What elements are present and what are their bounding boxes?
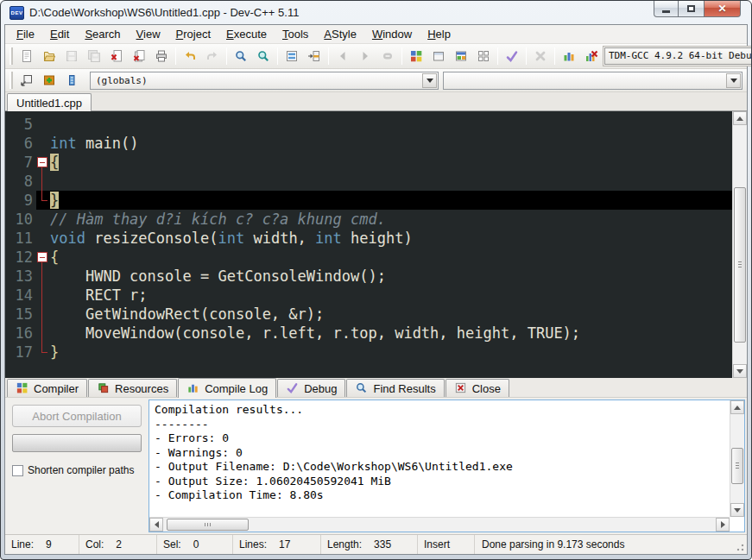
fold-marker: [36, 305, 50, 324]
delete-button: [376, 46, 399, 66]
editor-line-10[interactable]: 10// Hàm thay d?i kích c? c?a khung cmd.: [5, 210, 747, 229]
open-button[interactable]: [38, 46, 60, 66]
scroll-up-icon[interactable]: [733, 111, 747, 125]
project-options-button[interactable]: [450, 46, 472, 66]
compiler-profile-select[interactable]: TDM-GCC 4.9.2 64-bit Debug: [604, 47, 752, 65]
menu-execute[interactable]: Execute: [218, 26, 275, 42]
forward-icon: [358, 49, 372, 63]
close-file-icon: [110, 49, 123, 63]
replace-button[interactable]: [252, 46, 275, 66]
editor-line-5[interactable]: 5: [5, 115, 747, 134]
menu-project[interactable]: Project: [168, 26, 218, 42]
scrollbar-thumb[interactable]: [734, 187, 746, 343]
fold-marker: [36, 324, 50, 343]
window-button[interactable]: [427, 46, 450, 66]
scroll-right-icon[interactable]: [716, 518, 730, 532]
menu-search[interactable]: Search: [77, 26, 128, 42]
menu-help[interactable]: Help: [420, 26, 458, 42]
delete-icon: [381, 49, 395, 63]
chevron-down-icon[interactable]: [422, 73, 437, 88]
code-line: // Hàm thay d?i kích c? c?a khung cmd.: [50, 210, 747, 229]
scrollbar-thumb[interactable]: [167, 519, 249, 531]
back-button: [332, 46, 354, 66]
close-file-button[interactable]: [105, 46, 128, 66]
editor-line-11[interactable]: 11void resizeConsole(int width, int heig…: [5, 229, 747, 248]
scrollbar-thumb[interactable]: [731, 448, 743, 484]
code-editor[interactable]: 56int main()7{89}10// Hàm thay d?i kích …: [5, 111, 747, 378]
members-combobox[interactable]: [443, 72, 743, 90]
editor-line-8[interactable]: 8: [5, 172, 747, 191]
project-options-icon: [454, 49, 468, 63]
editor-line-14[interactable]: 14 RECT r;: [5, 286, 747, 305]
close-button[interactable]: ✕: [704, 1, 741, 17]
members-button[interactable]: [60, 70, 83, 91]
tab-untitled1-cpp[interactable]: Untitled1.cpp: [7, 93, 92, 111]
chevron-down-icon[interactable]: [726, 73, 741, 88]
tab-find-results[interactable]: Find Results: [346, 379, 444, 397]
editor-lines: 56int main()7{89}10// Hàm thay d?i kích …: [5, 115, 747, 362]
package-button[interactable]: [472, 46, 495, 66]
title-bar[interactable]: DEV D:\Code\Workshop\WS6\Untitled1.cpp -…: [4, 1, 748, 24]
print-button[interactable]: [150, 46, 173, 66]
class-browser-toolbar: (globals): [5, 69, 747, 92]
shorten-paths-checkbox[interactable]: [12, 465, 23, 476]
scroll-left-icon[interactable]: [149, 518, 163, 532]
log-vertical-scrollbar[interactable]: [730, 400, 744, 517]
toolbar-grip[interactable]: [9, 72, 13, 89]
editor-line-15[interactable]: 15 GetWindowRect(console, &r);: [5, 305, 747, 324]
tab-label: Find Results: [373, 382, 435, 395]
menu-file[interactable]: File: [9, 26, 42, 42]
editor-line-6[interactable]: 6int main(): [5, 134, 747, 153]
code-line: GetWindowRect(console, &r);: [50, 305, 747, 324]
editor-line-12[interactable]: 12{: [5, 248, 747, 267]
menu-tools[interactable]: Tools: [275, 26, 316, 42]
close-all-button[interactable]: [128, 46, 150, 66]
undo-button[interactable]: [179, 46, 201, 66]
tab-compile-log[interactable]: Compile Log: [178, 378, 276, 398]
tab-debug[interactable]: Debug: [277, 379, 345, 397]
menu-edit[interactable]: Edit: [42, 26, 77, 42]
compile-button[interactable]: [501, 46, 523, 66]
fold-gutter: [36, 210, 50, 229]
scroll-down-icon[interactable]: [730, 503, 744, 517]
log-horizontal-scrollbar[interactable]: [149, 517, 730, 532]
fold-marker[interactable]: [36, 153, 50, 172]
fold-collapse-icon[interactable]: [37, 157, 47, 167]
insert-button[interactable]: [303, 46, 325, 66]
resize-grip[interactable]: [736, 543, 744, 551]
toolbar-separator: [175, 47, 176, 65]
menu-view[interactable]: View: [129, 26, 168, 42]
new-project-button[interactable]: [405, 46, 427, 66]
tab-resources[interactable]: Resources: [88, 379, 177, 397]
goto-function-button[interactable]: [281, 46, 303, 66]
editor-line-16[interactable]: 16 MoveWindow(console, r.left, r.top, wi…: [5, 324, 747, 343]
profile-button[interactable]: [558, 46, 580, 66]
fold-marker[interactable]: [36, 248, 50, 267]
globals-combobox[interactable]: (globals): [90, 72, 439, 90]
menu-astyle[interactable]: AStyle: [316, 26, 364, 42]
maximize-button[interactable]: [679, 1, 704, 17]
fold-marker: [36, 172, 50, 191]
editor-vertical-scrollbar[interactable]: [732, 111, 747, 378]
fold-gutter: [36, 229, 50, 248]
editor-line-13[interactable]: 13 HWND console = GetConsoleWindow();: [5, 267, 747, 286]
tab-compiler[interactable]: Compiler: [7, 379, 87, 397]
editor-line-17[interactable]: 17}: [5, 343, 747, 362]
scroll-down-icon[interactable]: [733, 364, 747, 378]
fold-collapse-icon[interactable]: [37, 252, 47, 262]
find-button[interactable]: [230, 46, 252, 66]
compile-log-output[interactable]: Compilation results... -------- - Errors…: [149, 400, 745, 532]
editor-line-9[interactable]: 9}: [5, 191, 747, 210]
new-source-button[interactable]: [16, 46, 38, 66]
editor-line-7[interactable]: 7{: [5, 153, 747, 172]
toolbar-separator: [554, 47, 555, 65]
scroll-up-icon[interactable]: [730, 400, 744, 414]
editor-tab-bar: Untitled1.cpp: [5, 92, 747, 111]
add-member-button[interactable]: [38, 70, 60, 91]
jump-button[interactable]: [16, 70, 38, 91]
menu-window[interactable]: Window: [364, 26, 420, 42]
minimize-button[interactable]: [654, 1, 679, 17]
tab-close[interactable]: Close: [446, 379, 509, 397]
toolbar-grip[interactable]: [9, 47, 13, 65]
profile-delete-button[interactable]: [580, 46, 603, 66]
